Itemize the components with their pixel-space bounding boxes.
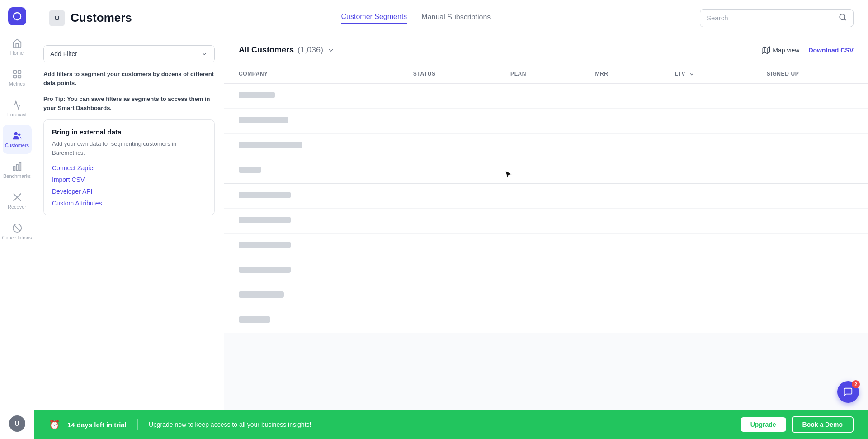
- book-demo-button[interactable]: Book a Demo: [792, 416, 854, 433]
- status-cell: [399, 184, 496, 209]
- search-bar[interactable]: [700, 9, 854, 27]
- ltv-cell: [660, 184, 752, 209]
- tab-manual-subscriptions[interactable]: Manual Subscriptions: [421, 13, 491, 23]
- search-icon[interactable]: [839, 13, 847, 23]
- mrr-cell: [580, 109, 660, 134]
- signed-up-cell: [752, 109, 868, 134]
- sidebar-item-cancellations[interactable]: Cancellations: [3, 217, 32, 246]
- sidebar-item-home[interactable]: Home: [3, 33, 32, 62]
- sidebar-item-metrics-label: Metrics: [9, 81, 25, 86]
- mrr-cell: [580, 84, 660, 109]
- ltv-cell: [660, 283, 752, 308]
- signed-up-cell: [752, 258, 868, 283]
- status-cell: [399, 209, 496, 234]
- add-filter-dropdown[interactable]: Add Filter: [43, 45, 215, 62]
- developer-api-link[interactable]: Developer API: [52, 188, 206, 195]
- user-avatar[interactable]: U: [9, 415, 25, 432]
- all-customers-label: All Customers: [239, 45, 294, 55]
- status-cell: [399, 258, 496, 283]
- add-filter-label: Add Filter: [50, 50, 77, 57]
- clock-icon: ⏰: [49, 419, 60, 430]
- svg-point-4: [14, 132, 17, 135]
- table-row[interactable]: [224, 158, 868, 183]
- table-row[interactable]: [224, 258, 868, 283]
- download-csv-button[interactable]: Download CSV: [808, 47, 854, 54]
- signed-up-cell: [752, 234, 868, 258]
- col-company[interactable]: COMPANY: [224, 64, 399, 84]
- sidebar-item-customers[interactable]: Customers: [3, 125, 32, 154]
- ltv-cell: [660, 209, 752, 234]
- page-header: U Customers Customer Segments Manual Sub…: [34, 0, 868, 36]
- sidebar: Home Metrics Forecast Customers: [0, 0, 34, 439]
- header-u-badge: U: [49, 10, 65, 26]
- table-body: [224, 84, 868, 333]
- custom-attributes-link[interactable]: Custom Attributes: [52, 200, 206, 207]
- svg-marker-13: [762, 47, 770, 53]
- table-row[interactable]: [224, 84, 868, 109]
- signed-up-cell: [752, 134, 868, 158]
- filter-tip-pro: Pro Tip: You can save filters as segment…: [43, 95, 215, 112]
- company-cell: [224, 209, 399, 234]
- sidebar-item-forecast[interactable]: Forecast: [3, 94, 32, 123]
- tab-customer-segments[interactable]: Customer Segments: [341, 13, 407, 24]
- sidebar-item-benchmarks[interactable]: Benchmarks: [3, 156, 32, 185]
- search-input[interactable]: [707, 14, 835, 22]
- chat-bubble[interactable]: 2: [837, 381, 859, 403]
- external-data-links: Connect Zapier Import CSV Developer API …: [52, 164, 206, 207]
- sidebar-item-metrics[interactable]: Metrics: [3, 63, 32, 92]
- plan-cell: [496, 308, 580, 333]
- signed-up-cell: [752, 308, 868, 333]
- header-brand: U Customers: [49, 10, 132, 26]
- svg-rect-1: [18, 71, 20, 73]
- company-cell: [224, 109, 399, 134]
- external-data-card: Bring in external data Add your own data…: [43, 119, 215, 215]
- sidebar-item-forecast-label: Forecast: [7, 112, 27, 117]
- table-row[interactable]: [224, 109, 868, 134]
- table-actions: Map view Download CSV: [762, 46, 854, 54]
- body-area: Add Filter Add filters to segment your c…: [34, 36, 868, 410]
- ltv-cell: [660, 158, 752, 183]
- sidebar-item-recover[interactable]: Recover: [3, 186, 32, 215]
- status-cell: [399, 283, 496, 308]
- status-cell: [399, 308, 496, 333]
- ltv-cell: [660, 84, 752, 109]
- table-row[interactable]: [224, 234, 868, 258]
- ltv-cell: [660, 109, 752, 134]
- plan-cell: [496, 84, 580, 109]
- trial-banner: ⏰ 14 days left in trial Upgrade now to k…: [34, 410, 868, 439]
- table-row[interactable]: [224, 184, 868, 209]
- col-status[interactable]: STATUS: [399, 64, 496, 84]
- table-row[interactable]: [224, 308, 868, 333]
- status-cell: [399, 134, 496, 158]
- chat-badge: 2: [852, 380, 860, 388]
- import-csv-link[interactable]: Import CSV: [52, 176, 206, 183]
- sidebar-item-home-label: Home: [10, 50, 24, 56]
- table-row[interactable]: [224, 134, 868, 158]
- svg-rect-2: [13, 75, 16, 78]
- col-plan[interactable]: PLAN: [496, 64, 580, 84]
- chevron-down-icon[interactable]: [327, 46, 335, 54]
- left-panel: Add Filter Add filters to segment your c…: [34, 36, 224, 410]
- col-signed-up[interactable]: SIGNED UP: [752, 64, 868, 84]
- sidebar-item-customers-label: Customers: [5, 143, 29, 148]
- customers-count: (1,036): [297, 45, 323, 55]
- map-view-button[interactable]: Map view: [762, 46, 799, 54]
- ltv-cell: [660, 134, 752, 158]
- table-row[interactable]: [224, 283, 868, 308]
- trial-days-left: 14 days left in trial: [67, 421, 127, 429]
- mrr-cell: [580, 308, 660, 333]
- filter-tip-main: Add filters to segment your customers by…: [43, 70, 215, 87]
- table-row[interactable]: [224, 209, 868, 234]
- customers-table-container: COMPANY STATUS PLAN MRR LTV SIGNED UP: [224, 64, 868, 410]
- upgrade-button[interactable]: Upgrade: [741, 417, 786, 432]
- app-logo[interactable]: [8, 7, 26, 25]
- connect-zapier-link[interactable]: Connect Zapier: [52, 164, 206, 172]
- right-panel: All Customers (1,036) Map view Downlo: [224, 36, 868, 410]
- col-ltv[interactable]: LTV: [660, 64, 752, 84]
- table-header-bar: All Customers (1,036) Map view Downlo: [224, 36, 868, 64]
- col-mrr[interactable]: MRR: [580, 64, 660, 84]
- external-data-title: Bring in external data: [52, 128, 206, 136]
- status-cell: [399, 84, 496, 109]
- svg-rect-7: [16, 164, 18, 170]
- svg-line-10: [14, 225, 20, 231]
